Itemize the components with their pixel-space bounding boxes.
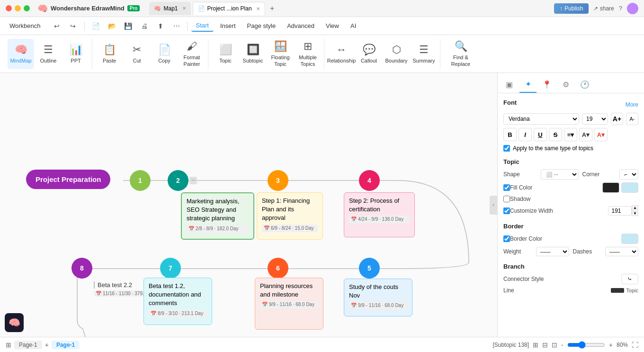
tab-project[interactable]: 📄 Project ...ion Plan ✕ — [193, 2, 265, 15]
zoom-out-button[interactable]: - — [561, 341, 564, 349]
border-color-swatch[interactable] — [621, 234, 638, 244]
fill-color-swatch-light[interactable] — [621, 182, 638, 193]
maximize-button[interactable] — [24, 5, 30, 11]
italic-button[interactable]: I — [519, 128, 532, 141]
panel-tab-style[interactable]: ▣ — [501, 76, 518, 93]
panel-tab-location[interactable]: 📍 — [538, 76, 555, 93]
menu-ai[interactable]: AI — [346, 20, 361, 31]
apply-same-type-checkbox[interactable] — [503, 145, 510, 152]
outline-button[interactable]: ☰ Outline — [35, 39, 62, 69]
boundary-button[interactable]: ⬡ Boundary — [383, 39, 410, 69]
menu-insert[interactable]: Insert — [215, 20, 241, 31]
panel-collapse-button[interactable]: ‹ — [490, 196, 497, 215]
node-2[interactable]: 2 ⋯ — [168, 170, 188, 191]
font-decrease-button[interactable]: A- — [626, 113, 638, 125]
node-4[interactable]: 4 — [359, 170, 380, 191]
font-more-link[interactable]: More — [626, 101, 638, 108]
strikethrough-button[interactable]: S — [549, 128, 562, 141]
node-6[interactable]: 6 — [268, 258, 288, 279]
panel-tab-clock[interactable]: 🕐 — [576, 76, 593, 93]
topic-box-4[interactable]: Step 2: Process of certification 📅 4/24 … — [344, 192, 415, 237]
width-down-button[interactable]: ▼ — [632, 211, 638, 216]
root-node[interactable]: Project Preparation — [26, 170, 110, 189]
print-button[interactable]: 🖨 — [138, 19, 151, 33]
fullscreen-button[interactable]: ⛶ — [632, 341, 638, 349]
page-tab-1[interactable]: Page-1 — [14, 341, 42, 349]
format-painter-button[interactable]: 🖌 Format Painter — [179, 39, 205, 69]
export-button[interactable]: ⬆ — [154, 19, 167, 33]
new-button[interactable]: 📄 — [89, 19, 103, 33]
topic-box-3[interactable]: Step 1: Financing Plan and its approval … — [257, 192, 323, 240]
new-tab-button[interactable]: + — [267, 3, 277, 14]
help-button[interactable]: ? — [619, 5, 622, 12]
zoom-in-button[interactable]: + — [609, 341, 613, 349]
underline-button[interactable]: U — [534, 128, 547, 141]
topic-button[interactable]: ⬜ Topic — [212, 39, 239, 69]
shape-select[interactable]: ⬜ ··· — [541, 169, 579, 180]
node-1[interactable]: 1 — [130, 170, 151, 191]
callout-button[interactable]: 💬 Callout — [356, 39, 382, 69]
shadow-checkbox[interactable] — [503, 196, 510, 202]
layout-icon[interactable]: ⊞ — [6, 341, 11, 349]
page-tab-1-active[interactable]: Page-1 — [52, 341, 80, 349]
topic-box-5[interactable]: Study of the couts Nov 📅 9/9 - 11/16 · 6… — [344, 279, 412, 316]
menu-pagestyle[interactable]: Page style — [242, 20, 281, 31]
tab-map1[interactable]: 🧠 Map1 ✕ — [149, 2, 190, 15]
node-7[interactable]: 7 — [160, 258, 181, 279]
border-color-checkbox[interactable] — [503, 235, 510, 242]
menu-start[interactable]: Start — [191, 20, 214, 32]
status-icon-1[interactable]: ⊞ — [533, 341, 538, 349]
connector-style-button[interactable]: ⤷ — [621, 274, 638, 284]
mindmap-button[interactable]: 🧠 MindMap — [8, 39, 34, 69]
customize-width-checkbox[interactable] — [503, 208, 510, 214]
font-size-select[interactable]: 19 — [582, 113, 608, 125]
copy-button[interactable]: 📄 Copy — [151, 39, 178, 69]
find-replace-button[interactable]: 🔍 Find & Replace — [444, 39, 477, 69]
tab-map1-close[interactable]: ✕ — [182, 6, 186, 11]
highlight-button[interactable]: A▾ — [594, 128, 608, 141]
status-icon-2[interactable]: ⊟ — [542, 341, 548, 349]
summary-button[interactable]: ☰ Summary — [411, 39, 437, 69]
ppt-button[interactable]: 📊 PPT — [63, 39, 89, 69]
paste-button[interactable]: 📋 Paste — [96, 39, 123, 69]
bold-button[interactable]: B — [503, 128, 517, 141]
cut-button[interactable]: ✂ Cut — [124, 39, 150, 69]
weight-select[interactable]: —— — [536, 247, 569, 256]
canvas[interactable]: Project Preparation 1 2 ⋯ 3 4 8 7 6 5 — [0, 73, 497, 337]
width-input[interactable] — [608, 206, 632, 216]
align-button[interactable]: ≡▾ — [564, 128, 577, 141]
multiple-topics-button[interactable]: ⊞ Multiple Topics — [295, 39, 321, 69]
menu-advanced[interactable]: Advanced — [282, 20, 319, 31]
line-color-swatch[interactable] — [611, 288, 624, 293]
fill-color-checkbox[interactable] — [503, 184, 510, 191]
topic-box-2[interactable]: Marketing analysis, SEO Strategy and str… — [181, 192, 254, 240]
panel-tab-settings[interactable]: ⚙ — [557, 76, 574, 93]
zoom-slider[interactable] — [567, 341, 605, 349]
floating-topic-button[interactable]: 🪟 Floating Topic — [267, 39, 294, 69]
menu-view[interactable]: View — [321, 20, 344, 31]
add-page-button[interactable]: + — [45, 341, 49, 349]
minimize-button[interactable] — [15, 5, 21, 11]
status-icon-3[interactable]: ⊡ — [552, 341, 557, 349]
workbench-button[interactable]: Workbench — [5, 20, 45, 31]
share-button[interactable]: ↗ share — [593, 5, 614, 12]
undo-button[interactable]: ↩ — [50, 19, 63, 33]
font-color-button[interactable]: A▾ — [579, 128, 592, 141]
subtopic-button[interactable]: 🔲 Subtopic — [240, 39, 266, 69]
undo2-button[interactable]: ↪ — [66, 19, 80, 33]
tab-project-close[interactable]: ✕ — [256, 6, 260, 11]
font-increase-button[interactable]: A+ — [611, 113, 623, 125]
user-avatar[interactable] — [627, 3, 638, 14]
node-5[interactable]: 5 — [359, 258, 380, 279]
panel-tab-ai[interactable]: ✦ — [519, 76, 537, 93]
topic-box-6[interactable]: Planning resources and milestone 📅 9/9 -… — [255, 278, 323, 330]
close-button[interactable] — [6, 5, 12, 11]
save-button[interactable]: 💾 — [122, 19, 135, 33]
font-family-select[interactable]: Verdana — [503, 113, 579, 125]
node-8[interactable]: 8 — [72, 258, 92, 279]
topic-box-7[interactable]: Beta test 1.2, documentation and comment… — [143, 278, 212, 325]
publish-button[interactable]: ↑ Publish — [554, 3, 589, 14]
more-actions-button[interactable]: ⋯ — [170, 19, 183, 33]
node-3[interactable]: 3 — [268, 170, 288, 191]
width-up-button[interactable]: ▲ — [632, 205, 638, 210]
